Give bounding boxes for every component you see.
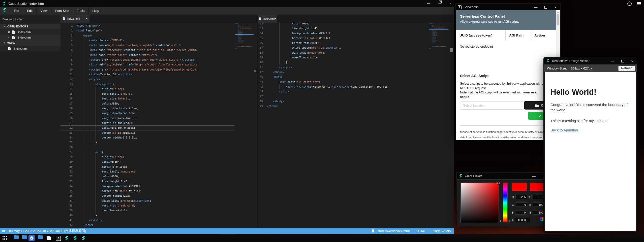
color-picker-title-bar[interactable]: Color Picker — bbox=[457, 173, 549, 179]
code-line-33[interactable]: 33line-height:1.45; bbox=[60, 179, 234, 184]
code-line-40[interactable]: 40} bbox=[258, 60, 428, 65]
back-to-aprintlab-link[interactable]: Back to Aprintlab bbox=[550, 128, 578, 132]
status-file-path[interactable]: store:/www/index.html bbox=[372, 229, 410, 233]
code-line-18[interactable]: 18margin-block-start:1em; bbox=[60, 106, 234, 111]
taskbar-disc-icon[interactable] bbox=[28, 235, 35, 241]
code-line-31[interactable]: 31font-family:monospace; bbox=[60, 169, 234, 174]
code-line-27[interactable]: 27pre { bbox=[60, 150, 234, 155]
close-icon[interactable]: × bbox=[631, 59, 633, 63]
code-line-13[interactable]: 13blockquote { bbox=[60, 82, 234, 87]
code-line-34[interactable]: 34background-color:#f9f9f9; bbox=[60, 184, 234, 189]
title-bar[interactable]: Code Studio - index.html — × bbox=[0, 0, 454, 7]
menu-file[interactable]: File bbox=[10, 7, 23, 15]
code-line-34[interactable]: 34background-color:#f9f9f9; bbox=[258, 31, 428, 36]
code-line-24[interactable]: 24border-width:0 0 0 5px bbox=[60, 135, 234, 140]
code-line-49[interactable]: </html> bbox=[429, 48, 448, 49]
code-line-21[interactable]: 21margin-inline-end:0; bbox=[60, 121, 234, 125]
code-line-22[interactable]: 22padding:0 5px 0 20px; bbox=[60, 125, 234, 130]
hue-handle-right-icon[interactable]: ◀ bbox=[508, 220, 509, 222]
code-line-7[interactable]: 7<meta name="theme-color" content="#ff92… bbox=[60, 53, 234, 57]
taskbar-folder-icon-2[interactable] bbox=[22, 235, 27, 239]
code-line-25[interactable]: 25} bbox=[60, 140, 234, 145]
code-editor-left[interactable]: 1<!DOCTYPE html>2<html lang="en">3<head>… bbox=[60, 23, 234, 228]
maximize-icon[interactable] bbox=[621, 60, 624, 62]
scroll-up-icon[interactable]: ▲ bbox=[556, 10, 560, 14]
minimap-left[interactable]: <!DOCTYPE html><html lang="en"><head><me… bbox=[234, 23, 254, 228]
app-launcher-icon[interactable] bbox=[3, 236, 7, 240]
code-line-28[interactable]: 28display:block; bbox=[60, 155, 234, 159]
taskbar-code-studio-icon-3[interactable] bbox=[81, 235, 86, 240]
hue-handle-left-icon[interactable]: ▶ bbox=[500, 220, 502, 222]
viewer-title-bar[interactable]: Responsive Design Viewer — × bbox=[544, 57, 637, 64]
taskbar-serverless-icon[interactable]: 0 bbox=[56, 236, 61, 241]
menu-font-size[interactable]: Font Size bbox=[51, 7, 73, 15]
code-line-16[interactable]: 16font-size:inherit; bbox=[60, 96, 234, 101]
red-input[interactable]: 255 bbox=[515, 195, 527, 199]
minimize-icon[interactable]: — bbox=[611, 59, 614, 63]
code-line-43[interactable]: 43<body> bbox=[258, 75, 428, 79]
code-line-29[interactable]: 29padding:8px; bbox=[60, 159, 234, 164]
code-line-41[interactable]: 41</style> bbox=[258, 65, 428, 70]
sidebar-section-open-editors[interactable]: ▼ OPEN EDITORS bbox=[0, 24, 60, 29]
code-line-39[interactable]: 39overflow:visible bbox=[60, 208, 234, 213]
close-file-icon[interactable]: × bbox=[8, 30, 12, 33]
code-line-19[interactable]: 19margin-block-end:1em; bbox=[60, 111, 234, 116]
code-line-39[interactable]: 39overflow:visible bbox=[258, 55, 428, 60]
code-line-15[interactable]: 15font-family:inherit; bbox=[60, 91, 234, 96]
taskbar-document-icon[interactable] bbox=[47, 236, 51, 240]
code-line-17[interactable]: 17color:#999; bbox=[60, 101, 234, 106]
script-location-input[interactable] bbox=[460, 101, 524, 110]
code-line-45[interactable]: 45<h1><br></h1><h1>Hello World!<br></h1>… bbox=[258, 84, 428, 89]
code-line-33[interactable]: 33line-height:1.45; bbox=[258, 26, 428, 31]
close-icon[interactable]: × bbox=[554, 5, 557, 9]
sidebar-section-www[interactable]: ▼ WWW bbox=[0, 40, 60, 46]
taskbar-code-studio-icon-2[interactable] bbox=[73, 235, 78, 240]
code-line-8[interactable]: 8<script src="https://code.jquery.com/jq… bbox=[60, 57, 234, 62]
code-line-37[interactable]: 37white-space:pre-wrap!important; bbox=[258, 45, 428, 50]
code-line-46[interactable]: 46</div> bbox=[258, 89, 428, 94]
code-line-37[interactable]: 37white-space:pre-wrap!important; bbox=[60, 198, 234, 203]
code-line-1[interactable]: 1<!DOCTYPE html> bbox=[60, 23, 234, 28]
code-line-32[interactable]: 32color:#666; bbox=[258, 23, 428, 26]
code-line-42[interactable]: 42</head> bbox=[60, 223, 234, 227]
menu-edit[interactable]: Edit bbox=[23, 7, 37, 15]
code-line-49[interactable]: </html> bbox=[235, 48, 254, 49]
minimize-icon[interactable]: — bbox=[427, 1, 430, 5]
code-line-5[interactable]: 5<meta name="apple-mobile-web-app-capabl… bbox=[60, 43, 234, 48]
code-line-41[interactable]: 41</style> bbox=[60, 218, 234, 223]
code-line-14[interactable]: 14display:block; bbox=[60, 87, 234, 91]
saturation-value-picker[interactable] bbox=[461, 183, 499, 223]
brightness-input[interactable]: 100 bbox=[533, 210, 544, 215]
maximize-icon[interactable] bbox=[544, 6, 547, 9]
minimize-icon[interactable]: — bbox=[534, 5, 537, 9]
code-line-47[interactable]: 47 bbox=[258, 94, 428, 99]
code-line-35[interactable]: 35border:1px solid #e1e1e1; bbox=[258, 36, 428, 41]
sv-marker[interactable] bbox=[497, 182, 500, 184]
close-tab-icon[interactable]: × bbox=[86, 17, 87, 20]
code-line-38[interactable]: 38word-wrap:break-word; bbox=[258, 50, 428, 55]
restore-icon[interactable] bbox=[438, 1, 441, 4]
hex-input[interactable]: ff0000 bbox=[515, 218, 530, 222]
code-line-2[interactable]: 2<html lang="en"> bbox=[60, 28, 234, 33]
code-line-10[interactable]: 10<script src="https://cdnjs.cloudflare.… bbox=[60, 67, 234, 72]
scrollbar-thumb[interactable] bbox=[254, 70, 256, 72]
code-line-26[interactable]: 26 bbox=[60, 145, 234, 150]
code-line-32[interactable]: 32color:#666; bbox=[60, 174, 234, 179]
code-line-20[interactable]: 20margin-inline-start:0; bbox=[60, 116, 234, 121]
code-line-42[interactable]: 42</head> bbox=[258, 70, 428, 75]
close-tab-icon[interactable]: × bbox=[275, 17, 277, 20]
green-input[interactable]: 0 bbox=[516, 202, 527, 207]
code-line-11[interactable]: 11<title>Testing Site</title> bbox=[60, 72, 234, 77]
menu-tools[interactable]: Tools bbox=[73, 7, 88, 15]
code-line-40[interactable]: 40} bbox=[60, 213, 234, 218]
color-wheel-icon[interactable] bbox=[540, 217, 544, 221]
serverless-title-bar[interactable]: 0 Serverless — × bbox=[456, 4, 560, 10]
code-line-4[interactable]: 4<meta charset="UTF-8"> bbox=[60, 38, 234, 43]
taskbar-code-studio-icon-1[interactable] bbox=[64, 235, 69, 240]
taskbar-folder-icon-3[interactable] bbox=[38, 235, 43, 239]
code-line-9[interactable]: 9<link rel="stylesheet" href="https://cd… bbox=[60, 62, 234, 67]
code-line-49[interactable]: 49</html> bbox=[258, 104, 428, 109]
code-line-30[interactable]: 30margin:0 0 10px; bbox=[60, 164, 234, 169]
menu-view[interactable]: View bbox=[37, 7, 51, 15]
status-app-name[interactable]: Code Studio bbox=[433, 229, 451, 233]
